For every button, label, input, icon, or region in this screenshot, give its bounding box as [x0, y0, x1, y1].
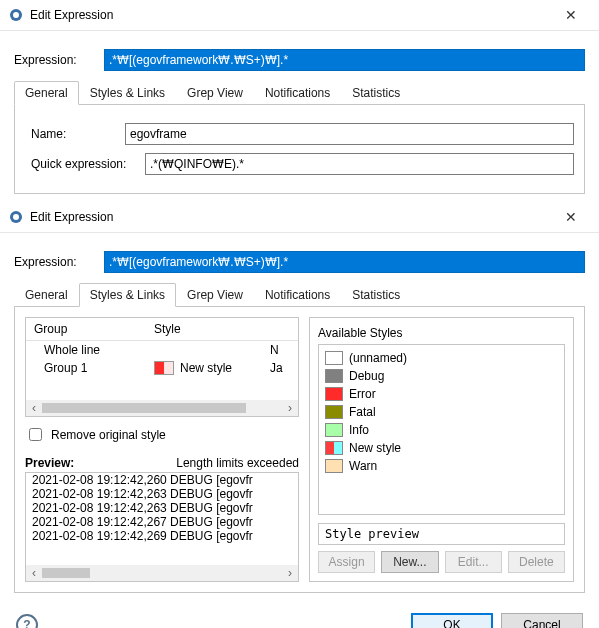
close-icon[interactable]: ✕	[551, 7, 591, 23]
group-table[interactable]: Group Style Whole line N Group 1 New sty…	[25, 317, 299, 417]
name-input[interactable]	[125, 123, 574, 145]
group-cell: Whole line	[34, 343, 154, 357]
preview-label: Preview:	[25, 456, 176, 470]
tab-styles-links[interactable]: Styles & Links	[79, 283, 176, 307]
ok-button[interactable]: OK	[411, 613, 493, 628]
tabs-2: General Styles & Links Grep View Notific…	[14, 283, 585, 307]
tab-statistics[interactable]: Statistics	[341, 81, 411, 105]
app-icon	[8, 7, 24, 23]
expression-label: Expression:	[14, 53, 104, 67]
style-swatch-icon	[325, 387, 343, 401]
style-swatch-icon	[325, 441, 343, 455]
style-item-new-style[interactable]: New style	[323, 439, 560, 457]
preview-limits: Length limits exceeded	[176, 456, 299, 470]
tab-general[interactable]: General	[14, 283, 79, 307]
style-item-fatal[interactable]: Fatal	[323, 403, 560, 421]
style-swatch-icon	[325, 423, 343, 437]
style-item-debug[interactable]: Debug	[323, 367, 560, 385]
style-item-warn[interactable]: Warn	[323, 457, 560, 475]
style-swatch-icon	[325, 351, 343, 365]
name-label: Name:	[25, 127, 125, 141]
tab-styles-links[interactable]: Styles & Links	[79, 81, 176, 105]
style-header[interactable]: Style	[146, 318, 298, 340]
preview-line: 2021-02-08 19:12:42,267 DEBUG [egovfr	[26, 515, 298, 529]
style-preview-box: Style preview	[318, 523, 565, 545]
new-button[interactable]: New...	[381, 551, 438, 573]
titlebar-2: Edit Expression ✕	[0, 202, 599, 232]
style-swatch-icon	[325, 459, 343, 473]
style-item-error[interactable]: Error	[323, 385, 560, 403]
extra-cell: N	[270, 343, 290, 357]
preview-box[interactable]: 2021-02-08 19:12:42,260 DEBUG [egovfr 20…	[25, 472, 299, 582]
app-icon	[8, 209, 24, 225]
window-title: Edit Expression	[30, 8, 551, 22]
cancel-button[interactable]: Cancel	[501, 613, 583, 628]
remove-original-style-checkbox[interactable]: Remove original style	[25, 425, 299, 444]
extra-cell: Ja	[270, 361, 290, 375]
tabs-1: General Styles & Links Grep View Notific…	[14, 81, 585, 105]
style-cell: New style	[154, 361, 270, 375]
expression-label: Expression:	[14, 255, 104, 269]
scroll-left-icon[interactable]: ‹	[26, 566, 42, 580]
svg-point-1	[13, 12, 19, 18]
window-title: Edit Expression	[30, 210, 551, 224]
group-cell: Group 1	[34, 361, 154, 375]
scroll-right-icon[interactable]: ›	[282, 401, 298, 415]
horizontal-scrollbar[interactable]: ‹ ›	[26, 400, 298, 416]
remove-original-style-label: Remove original style	[51, 428, 166, 442]
preview-line: 2021-02-08 19:12:42,263 DEBUG [egovfr	[26, 487, 298, 501]
expression-input[interactable]	[104, 49, 585, 71]
available-styles-title: Available Styles	[318, 326, 565, 340]
tab-statistics[interactable]: Statistics	[341, 283, 411, 307]
tab-grep-view[interactable]: Grep View	[176, 283, 254, 307]
table-row[interactable]: Group 1 New style Ja	[26, 359, 298, 377]
style-swatch-icon	[325, 405, 343, 419]
tab-notifications[interactable]: Notifications	[254, 81, 341, 105]
style-swatch-icon	[154, 361, 174, 375]
remove-original-style-input[interactable]	[29, 428, 42, 441]
style-item-info[interactable]: Info	[323, 421, 560, 439]
preview-line: 2021-02-08 19:12:42,260 DEBUG [egovfr	[26, 473, 298, 487]
preview-line: 2021-02-08 19:12:42,263 DEBUG [egovfr	[26, 501, 298, 515]
quick-expression-label: Quick expression:	[25, 157, 145, 171]
available-styles-list[interactable]: (unnamed) Debug Error Fatal Info New sty…	[318, 344, 565, 515]
style-swatch-icon	[325, 369, 343, 383]
scroll-left-icon[interactable]: ‹	[26, 401, 42, 415]
tab-grep-view[interactable]: Grep View	[176, 81, 254, 105]
preview-line: 2021-02-08 19:12:42,269 DEBUG [egovfr	[26, 529, 298, 543]
help-icon[interactable]: ?	[16, 614, 38, 628]
table-row[interactable]: Whole line N	[26, 341, 298, 359]
edit-button[interactable]: Edit...	[445, 551, 502, 573]
scroll-right-icon[interactable]: ›	[282, 566, 298, 580]
expression-input[interactable]	[104, 251, 585, 273]
quick-expression-input[interactable]	[145, 153, 574, 175]
preview-scrollbar[interactable]: ‹ ›	[26, 565, 298, 581]
tab-notifications[interactable]: Notifications	[254, 283, 341, 307]
svg-point-3	[13, 214, 19, 220]
group-header[interactable]: Group	[26, 318, 146, 340]
titlebar-1: Edit Expression ✕	[0, 0, 599, 30]
delete-button[interactable]: Delete	[508, 551, 565, 573]
tab-general[interactable]: General	[14, 81, 79, 105]
assign-button[interactable]: Assign	[318, 551, 375, 573]
style-item-unnamed[interactable]: (unnamed)	[323, 349, 560, 367]
close-icon[interactable]: ✕	[551, 209, 591, 225]
